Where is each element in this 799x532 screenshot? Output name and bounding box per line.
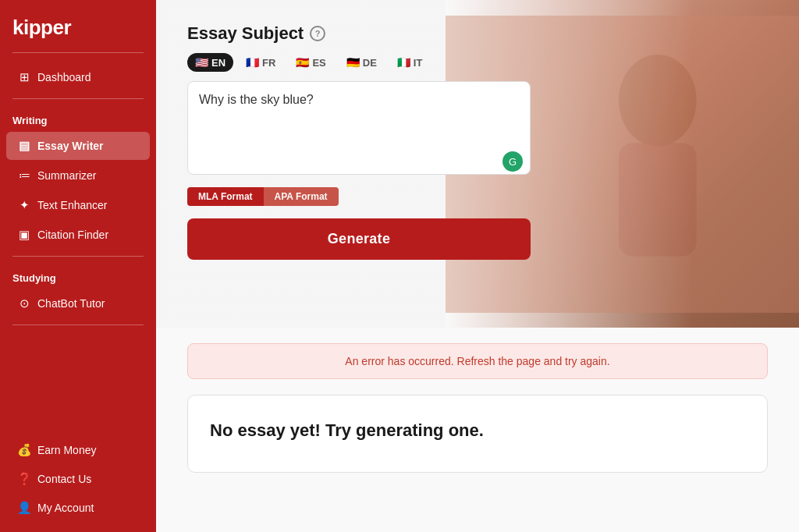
sidebar-item-essay-writer[interactable]: ▤ Essay Writer [6,132,150,160]
sidebar-divider [12,52,144,53]
lang-tab-en[interactable]: 🇺🇸 EN [187,53,233,72]
help-icon[interactable]: ? [310,26,325,41]
citation-finder-icon: ▣ [17,228,31,242]
error-banner: An error has occurred. Refresh the page … [187,343,768,379]
my-account-icon: 👤 [17,501,31,515]
no-essay-box: No essay yet! Try generating one. [187,395,768,473]
dashboard-icon: ⊞ [17,70,31,84]
sidebar-section-studying: Studying [0,266,156,289]
it-flag: 🇮🇹 [397,56,410,69]
sidebar: kipper ⊞ Dashboard Writing ▤ Essay Write… [0,0,156,532]
main-content: Essay Subject ? 🇺🇸 EN 🇫🇷 FR 🇪🇸 ES [156,0,799,532]
essay-subject-input[interactable]: Why is the sky blue? [187,81,531,175]
sidebar-item-summarizer[interactable]: ≔ Summarizer [6,161,150,190]
sidebar-item-my-account-label: My Account [37,502,94,514]
sidebar-item-text-enhancer[interactable]: ✦ Text Enhancer [6,191,150,219]
es-flag: 🇪🇸 [296,56,309,69]
apa-format-button[interactable]: APA Format [264,187,339,206]
sidebar-section-writing: Writing [0,108,156,131]
hero-content: Essay Subject ? 🇺🇸 EN 🇫🇷 FR 🇪🇸 ES [156,0,799,283]
sidebar-divider-3 [12,256,144,257]
sidebar-item-essay-writer-label: Essay Writer [37,140,104,152]
sidebar-item-contact-us-label: Contact Us [37,473,91,485]
lang-tab-fr[interactable]: 🇫🇷 FR [238,53,283,72]
sidebar-item-contact-us[interactable]: ❓ Contact Us [6,465,150,493]
language-tabs: 🇺🇸 EN 🇫🇷 FR 🇪🇸 ES 🇩🇪 DE 🇮🇹 I [187,53,768,72]
sidebar-item-earn-money[interactable]: 💰 Earn Money [6,436,150,464]
sidebar-item-dashboard[interactable]: ⊞ Dashboard [6,63,150,91]
sidebar-divider-4 [12,325,144,325]
sidebar-item-text-enhancer-label: Text Enhancer [37,199,108,211]
de-label: DE [363,57,377,69]
error-message: An error has occurred. Refresh the page … [345,355,609,367]
essay-input-area: Why is the sky blue? G [187,81,531,178]
it-label: IT [414,57,423,69]
no-essay-message: No essay yet! Try generating one. [210,420,484,440]
grammar-check-icon[interactable]: G [502,151,523,172]
hero-area: Essay Subject ? 🇺🇸 EN 🇫🇷 FR 🇪🇸 ES [156,0,799,328]
app-logo: kipper [0,0,156,52]
sidebar-item-citation-finder-label: Citation Finder [37,229,108,241]
en-flag: 🇺🇸 [195,56,208,69]
lang-tab-es[interactable]: 🇪🇸 ES [288,53,333,72]
chatbot-tutor-icon: ⊙ [17,296,31,310]
mla-format-button[interactable]: MLA Format [187,187,264,206]
sidebar-item-dashboard-label: Dashboard [37,71,91,83]
sidebar-item-earn-money-label: Earn Money [37,444,96,456]
fr-label: FR [262,57,275,69]
essay-subject-heading: Essay Subject ? [187,23,768,44]
sidebar-bottom: 💰 Earn Money ❓ Contact Us 👤 My Account [0,435,156,532]
fr-flag: 🇫🇷 [246,56,259,69]
earn-money-icon: 💰 [17,443,31,457]
en-label: EN [211,57,225,69]
sidebar-item-citation-finder[interactable]: ▣ Citation Finder [6,221,150,249]
lang-tab-it[interactable]: 🇮🇹 IT [389,53,431,72]
below-hero: An error has occurred. Refresh the page … [156,328,799,488]
text-enhancer-icon: ✦ [17,198,31,212]
lang-tab-de[interactable]: 🇩🇪 DE [339,53,385,72]
sidebar-item-my-account[interactable]: 👤 My Account [6,494,150,522]
sidebar-item-summarizer-label: Summarizer [37,169,96,182]
sidebar-divider-2 [12,98,144,99]
de-flag: 🇩🇪 [346,56,360,69]
format-tags: MLA Format APA Format [187,187,768,206]
essay-subject-title: Essay Subject [187,23,304,44]
es-label: ES [312,57,325,69]
contact-us-icon: ❓ [17,472,31,486]
sidebar-item-chatbot-tutor[interactable]: ⊙ ChatBot Tutor [6,289,150,317]
sidebar-item-chatbot-tutor-label: ChatBot Tutor [37,297,105,310]
generate-button[interactable]: Generate [187,218,531,260]
summarizer-icon: ≔ [17,168,31,183]
essay-writer-icon: ▤ [17,139,31,153]
